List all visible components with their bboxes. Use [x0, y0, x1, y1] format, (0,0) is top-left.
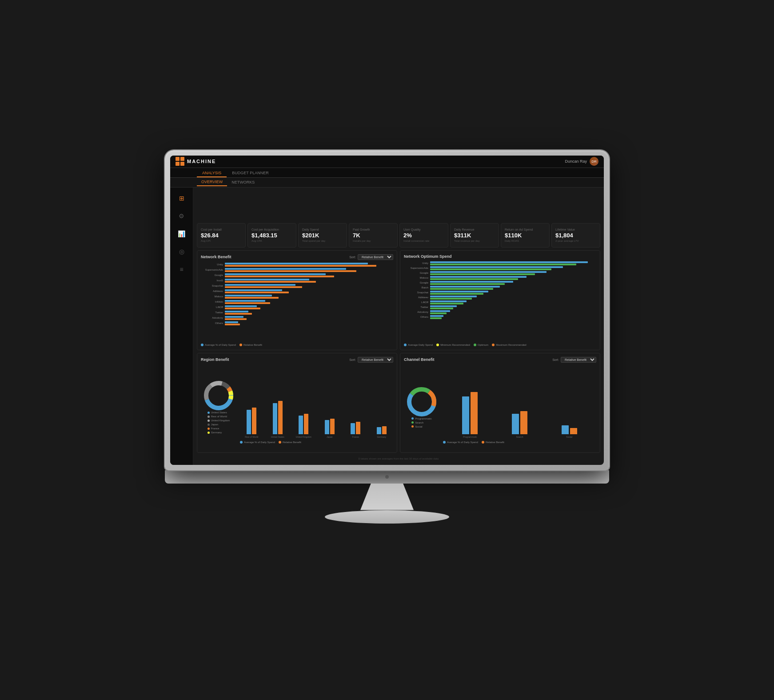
region-chart-legend: Average % of Daily Spend Relative Benefi… — [240, 441, 393, 444]
optimum-row-liftoff: LiftOff — [404, 300, 596, 304]
monitor-stand-base — [325, 510, 449, 524]
optimum-bars-area: Unity SupersonicAds — [404, 261, 596, 342]
logo-text: MACHINE — [187, 159, 216, 164]
main-content: Cost per Install $26.84 Avg CPI Cost per… — [193, 220, 604, 465]
channel-bar-label-social: Social — [566, 436, 572, 438]
legend-dot-min — [436, 344, 439, 346]
bar-row-snapchat: Snapchat — [201, 284, 393, 288]
region-label-us: United States — [211, 411, 227, 414]
chart-region-benefit-title: Region Benefit — [201, 357, 229, 362]
channel-dot-programmatic — [411, 417, 414, 420]
channel-col-search: Search — [497, 411, 543, 438]
region-col-us: United States — [266, 401, 290, 438]
region-donut-legend: United States Rest of World — [207, 411, 230, 434]
region-dot-row — [207, 416, 210, 418]
region-col-row: Rest of World — [240, 408, 263, 438]
channel-chart-legend: Average % of Daily Spend Relative Benefi… — [443, 441, 596, 444]
kpi-sublabel-cpi: Avg CPI — [201, 240, 242, 242]
kpi-card-cpi: Cost per Install $26.84 Avg CPI — [197, 223, 246, 248]
sub-tab-networks[interactable]: NETWORKS — [227, 179, 259, 186]
monitor-screen: MACHINE Duncan Ray DR ANALYSIS BUDGET PL… — [170, 156, 604, 465]
bar-row-unity: Unity — [201, 263, 393, 267]
chart-network-optimum-header: Network Optimum Spend — [404, 254, 596, 259]
bar-row-adikteev: Adikteev — [201, 289, 393, 293]
channel-donut-container: Programmatic Search Social — [404, 365, 439, 449]
network-benefit-bars: Unity SupersonicAds — [201, 263, 393, 342]
region-donut-container: United States Rest of World — [201, 365, 236, 449]
sort-dropdown-network[interactable]: Relative Benefit Daily Spend — [358, 254, 393, 260]
channel-label-programmatic: Programmatic — [415, 417, 431, 420]
sort-dropdown-region[interactable]: Relative Benefit Daily Spend — [358, 357, 393, 363]
legend-dot-optimum — [474, 344, 476, 346]
kpi-value-revenue: $311K — [454, 232, 495, 239]
sidebar-icon-target[interactable]: ◎ — [176, 245, 188, 258]
monitor-chin-dot — [385, 475, 389, 479]
region-col-japan: Japan — [318, 419, 342, 438]
region-bar-label-japan: Japan — [327, 436, 333, 438]
chart-network-benefit: Network Benefit Sort: Relative Benefit D… — [197, 250, 397, 350]
sidebar: ⊞ ⚙ 📊 ◎ ≡ — [170, 188, 193, 465]
kpi-value-ltv: $1,804 — [555, 232, 596, 239]
region-legend-dot-spend — [240, 441, 243, 444]
logo-icon — [176, 157, 184, 166]
legend-dot-daily — [404, 344, 407, 346]
monitor-chin — [165, 470, 609, 484]
legend-label-spend: Average % of Daily Spend — [205, 344, 236, 346]
sidebar-icon-settings[interactable]: ⚙ — [176, 210, 188, 222]
channel-donut-svg — [406, 386, 437, 417]
legend-label-benefit: Relative Benefit — [243, 344, 262, 346]
legend-dot-max — [492, 344, 495, 346]
kpi-label-spend: Daily Spend — [302, 228, 343, 231]
optimum-row-supersonic: SupersonicAds — [404, 266, 596, 270]
legend-dot-benefit — [239, 344, 242, 346]
tab-analysis[interactable]: ANALYSIS — [197, 169, 227, 177]
sidebar-icon-chart[interactable]: 📊 — [176, 228, 188, 240]
chart-network-optimum-title: Network Optimum Spend — [404, 254, 452, 259]
region-bar-label-us: United States — [271, 436, 284, 438]
kpi-label-roas: Return on Ad Spend — [505, 228, 546, 231]
region-label-france: France — [211, 427, 219, 430]
optimum-row-snapchat: Snapchat — [404, 291, 596, 295]
region-bar-label-germany: Germany — [377, 436, 386, 438]
region-donut-wrapper: United States Rest of World — [201, 365, 393, 449]
network-benefit-legend: Average % of Daily Spend Relative Benefi… — [201, 344, 393, 346]
kpi-sublabel-revenue: Total revenue per day — [454, 240, 495, 242]
sub-tab-overview[interactable]: OVERVIEW — [197, 178, 227, 186]
monitor-stand-neck — [360, 484, 414, 510]
sidebar-icon-bars[interactable]: ≡ — [176, 263, 188, 276]
sort-label-channel: Sort: — [552, 358, 559, 361]
kpi-sublabel-roas: Daily ROAS — [505, 240, 546, 242]
optimum-row-adcolony: Adcolony — [404, 310, 596, 314]
bar-row-moloco: Moloco — [201, 295, 393, 299]
sort-control-region: Sort: Relative Benefit Daily Spend — [349, 357, 393, 363]
user-name: Duncan Ray — [565, 159, 587, 164]
bar-row-others: Others — [201, 321, 393, 325]
channel-legend-dot-spend — [443, 441, 446, 444]
sort-label-network: Sort: — [349, 256, 356, 259]
kpi-label-cpi: Cost per Install — [201, 228, 242, 231]
chart-region-benefit-header: Region Benefit Sort: Relative Benefit Da… — [201, 357, 393, 363]
region-label-japan: Japan — [211, 423, 218, 426]
channel-dot-social — [411, 425, 414, 428]
optimum-row-others: Others — [404, 315, 596, 319]
legend-label-min: Minimum Recommended — [440, 344, 470, 346]
kpi-card-ltv: Lifetime Value $1,804 2-year average LTV — [551, 223, 600, 248]
region-dot-france — [207, 428, 210, 430]
footer-note: ℹ Values shown are averages from the las… — [197, 456, 600, 461]
bar-row-twitter: Twitter — [201, 311, 393, 315]
sidebar-icon-grid[interactable]: ⊞ — [176, 192, 188, 204]
bar-row-irons: IronS — [201, 279, 393, 283]
region-legend-label-benefit: Relative Benefit — [283, 441, 301, 444]
kpi-value-roas: $110K — [505, 232, 546, 239]
sort-control-channel: Sort: Relative Benefit Daily Spend — [552, 357, 596, 363]
sort-dropdown-channel[interactable]: Relative Benefit Daily Spend — [561, 357, 596, 363]
kpi-value-growth: 7K — [353, 232, 394, 239]
app-container: MACHINE Duncan Ray DR ANALYSIS BUDGET PL… — [170, 156, 604, 465]
channel-bar-label-programmatic: Programmatic — [463, 436, 477, 438]
kpi-sublabel-quality: Install conversion rate — [403, 240, 444, 242]
sort-label-region: Sort: — [349, 358, 356, 361]
region-col-germany: Germany — [370, 426, 394, 438]
channel-col-social: Social — [547, 425, 592, 438]
channel-dot-search — [411, 421, 414, 424]
tab-budget-planner[interactable]: BUDGET PLANNER — [227, 169, 274, 177]
